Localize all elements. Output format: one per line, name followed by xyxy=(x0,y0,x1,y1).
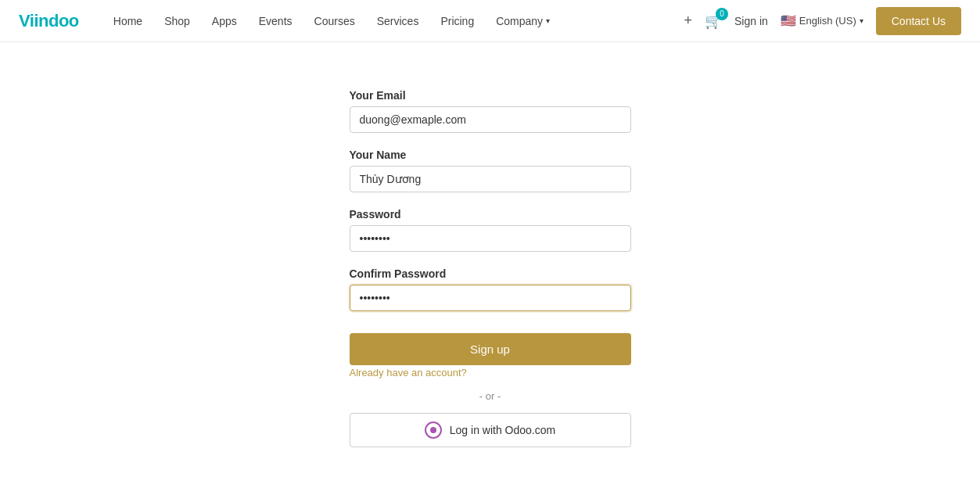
password-group: Password xyxy=(350,208,631,252)
nav-item-courses[interactable]: Courses xyxy=(305,10,364,32)
email-field[interactable] xyxy=(350,106,631,133)
password-label: Password xyxy=(350,208,631,221)
password-field[interactable] xyxy=(350,225,631,252)
odoo-login-label: Log in with Odoo.com xyxy=(450,424,555,436)
nav-actions: + 🛒 0 Sign in 🇺🇸 English (US) Contact Us xyxy=(684,7,961,35)
already-account-link[interactable]: Already have an account? xyxy=(350,367,467,378)
or-divider: - or - xyxy=(350,390,631,402)
navbar: Viindoo Home Shop Apps Events Courses Se… xyxy=(0,0,980,42)
flag-icon: 🇺🇸 xyxy=(781,13,796,28)
confirm-password-label: Confirm Password xyxy=(350,267,631,280)
nav-item-events[interactable]: Events xyxy=(249,10,302,32)
nav-item-company[interactable]: Company xyxy=(486,10,559,32)
name-group: Your Name xyxy=(350,149,631,192)
nav-item-pricing[interactable]: Pricing xyxy=(431,10,483,32)
name-field[interactable] xyxy=(350,166,631,192)
cart-badge: 0 xyxy=(716,8,728,20)
signup-form: Your Email Your Name Password Confirm Pa… xyxy=(350,89,631,447)
nav-item-shop[interactable]: Shop xyxy=(155,10,199,32)
plus-icon[interactable]: + xyxy=(684,13,692,29)
email-label: Your Email xyxy=(350,89,631,102)
odoo-icon xyxy=(425,421,442,439)
cart-button[interactable]: 🛒 0 xyxy=(705,13,722,30)
nav-item-home[interactable]: Home xyxy=(104,10,152,32)
odoo-login-button[interactable]: Log in with Odoo.com xyxy=(350,413,631,447)
signin-link[interactable]: Sign in xyxy=(734,15,768,27)
odoo-icon-inner xyxy=(430,427,436,433)
confirm-password-field[interactable] xyxy=(350,285,631,311)
language-label: English (US) xyxy=(799,15,856,27)
main-content: Your Email Your Name Password Confirm Pa… xyxy=(0,42,980,494)
site-logo[interactable]: Viindoo xyxy=(19,11,79,31)
nav-item-apps[interactable]: Apps xyxy=(203,10,246,32)
nav-links: Home Shop Apps Events Courses Services P… xyxy=(104,10,684,32)
confirm-password-group: Confirm Password xyxy=(350,267,631,311)
nav-item-services[interactable]: Services xyxy=(368,10,429,32)
email-group: Your Email xyxy=(350,89,631,133)
name-label: Your Name xyxy=(350,149,631,161)
language-selector[interactable]: 🇺🇸 English (US) xyxy=(781,13,863,28)
contact-button[interactable]: Contact Us xyxy=(876,7,961,35)
signup-button[interactable]: Sign up xyxy=(350,333,631,365)
